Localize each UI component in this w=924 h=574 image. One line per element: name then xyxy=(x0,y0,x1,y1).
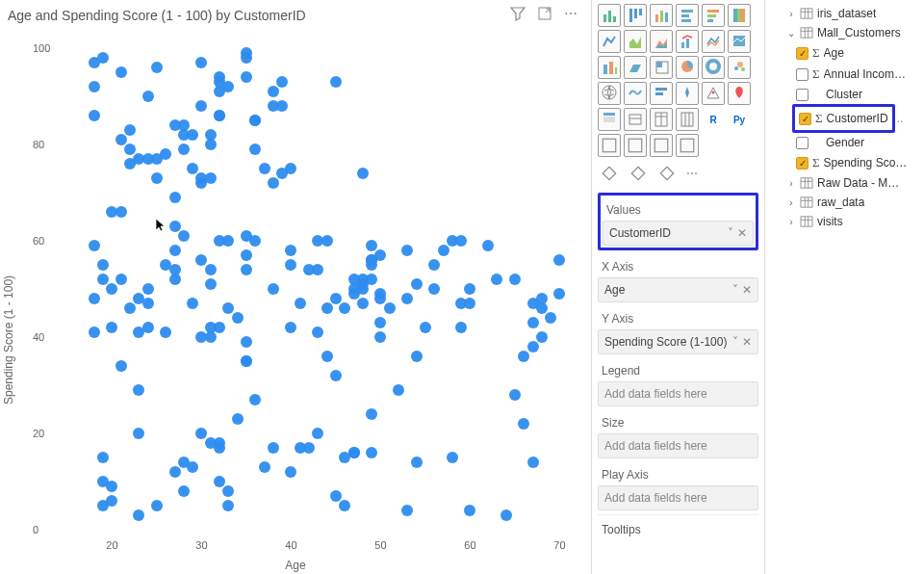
data-point[interactable] xyxy=(321,302,333,314)
data-point[interactable] xyxy=(259,461,270,473)
data-point[interactable] xyxy=(411,351,423,362)
data-point[interactable] xyxy=(455,235,467,247)
data-point[interactable] xyxy=(464,283,475,295)
data-point[interactable] xyxy=(205,129,217,141)
data-point[interactable] xyxy=(357,168,369,179)
viz-type-icon[interactable] xyxy=(676,4,699,27)
data-point[interactable] xyxy=(116,360,127,372)
viz-type-icon[interactable] xyxy=(702,56,725,79)
data-point[interactable] xyxy=(187,298,198,309)
data-point[interactable] xyxy=(89,240,100,251)
data-point[interactable] xyxy=(232,413,244,425)
data-point[interactable] xyxy=(312,264,323,275)
data-point[interactable] xyxy=(527,317,539,328)
data-point[interactable] xyxy=(222,302,234,314)
focus-mode-icon[interactable] xyxy=(537,6,552,21)
viz-type-icon[interactable] xyxy=(702,30,725,53)
data-point[interactable] xyxy=(285,163,296,174)
data-point[interactable] xyxy=(214,322,225,333)
viz-type-icon[interactable] xyxy=(728,30,751,53)
data-point[interactable] xyxy=(357,298,369,309)
data-point[interactable] xyxy=(268,86,279,97)
data-point[interactable] xyxy=(268,442,279,454)
viz-type-icon[interactable] xyxy=(728,4,751,27)
data-point[interactable] xyxy=(222,500,234,511)
data-point[interactable] xyxy=(366,240,377,251)
data-point[interactable] xyxy=(97,52,109,64)
more-options-icon[interactable]: ⋯ xyxy=(564,6,579,21)
data-point[interactable] xyxy=(455,322,467,333)
field-row[interactable]: ΣAnnual Income (... xyxy=(769,64,920,85)
data-point[interactable] xyxy=(428,259,440,271)
data-point[interactable] xyxy=(169,192,181,203)
data-point[interactable] xyxy=(214,437,225,449)
data-point[interactable] xyxy=(411,278,423,290)
data-point[interactable] xyxy=(241,264,252,275)
data-point[interactable] xyxy=(116,206,127,218)
table-row[interactable]: ›visits xyxy=(769,212,920,231)
data-point[interactable] xyxy=(464,505,475,516)
data-point[interactable] xyxy=(195,57,207,68)
field-checkbox[interactable]: ✓ xyxy=(796,157,808,170)
viz-type-icon[interactable] xyxy=(598,56,621,79)
data-point[interactable] xyxy=(214,110,225,121)
values-well[interactable]: CustomerID ˅ ✕ xyxy=(603,221,754,246)
data-point[interactable] xyxy=(133,293,144,304)
data-point[interactable] xyxy=(195,331,207,343)
data-point[interactable] xyxy=(195,428,207,439)
data-point[interactable] xyxy=(285,245,296,256)
data-point[interactable] xyxy=(89,326,100,338)
data-point[interactable] xyxy=(205,278,217,290)
data-point[interactable] xyxy=(187,461,198,473)
data-point[interactable] xyxy=(249,235,261,247)
viz-type-icon[interactable] xyxy=(650,56,673,79)
data-point[interactable] xyxy=(97,500,109,511)
data-point[interactable] xyxy=(97,274,109,285)
viz-type-icon[interactable] xyxy=(676,30,699,53)
field-row[interactable]: Cluster xyxy=(769,85,920,104)
data-point[interactable] xyxy=(518,351,529,362)
viz-type-icon[interactable] xyxy=(624,108,647,131)
r-visual-icon[interactable]: R xyxy=(702,108,725,131)
chevron-down-icon[interactable]: ˅ xyxy=(732,335,738,349)
field-more-icon[interactable]: .. xyxy=(897,112,904,125)
viz-type-icon[interactable] xyxy=(676,108,699,131)
data-point[interactable] xyxy=(518,418,529,430)
viz-type-icon[interactable] xyxy=(650,30,673,53)
remove-field-icon[interactable]: ✕ xyxy=(742,283,752,297)
data-point[interactable] xyxy=(241,52,252,64)
viz-type-icon[interactable] xyxy=(598,4,621,27)
data-point[interactable] xyxy=(259,163,270,174)
data-point[interactable] xyxy=(178,230,190,242)
data-point[interactable] xyxy=(195,254,207,266)
data-point[interactable] xyxy=(339,500,350,511)
data-point[interactable] xyxy=(303,442,315,454)
data-point[interactable] xyxy=(116,134,127,145)
viz-type-icon[interactable] xyxy=(650,108,673,131)
data-point[interactable] xyxy=(142,91,154,102)
yaxis-well[interactable]: Spending Score (1-100) ˅ ✕ xyxy=(598,329,758,354)
xaxis-well[interactable]: Age ˅ ✕ xyxy=(598,277,758,302)
table-row[interactable]: ›Raw Data - Modelling ... xyxy=(769,173,920,193)
data-point[interactable] xyxy=(491,274,502,285)
data-point[interactable] xyxy=(545,312,556,324)
data-point[interactable] xyxy=(106,283,117,295)
data-point[interactable] xyxy=(142,283,154,295)
field-checkbox[interactable]: ✓ xyxy=(796,47,808,60)
data-point[interactable] xyxy=(97,259,109,271)
data-point[interactable] xyxy=(553,288,565,300)
more-visuals-icon[interactable]: ⋯ xyxy=(684,163,700,184)
data-point[interactable] xyxy=(447,452,458,463)
field-checkbox[interactable] xyxy=(796,137,808,149)
data-point[interactable] xyxy=(285,466,296,478)
viz-type-icon[interactable] xyxy=(624,82,647,105)
data-point[interactable] xyxy=(411,457,423,468)
python-visual-icon[interactable]: Py xyxy=(728,108,751,131)
data-point[interactable] xyxy=(195,172,207,184)
data-point[interactable] xyxy=(169,466,181,478)
viz-type-icon[interactable] xyxy=(650,82,673,105)
data-point[interactable] xyxy=(116,274,127,285)
data-point[interactable] xyxy=(222,485,234,497)
data-point[interactable] xyxy=(339,302,350,314)
data-point[interactable] xyxy=(178,119,190,131)
